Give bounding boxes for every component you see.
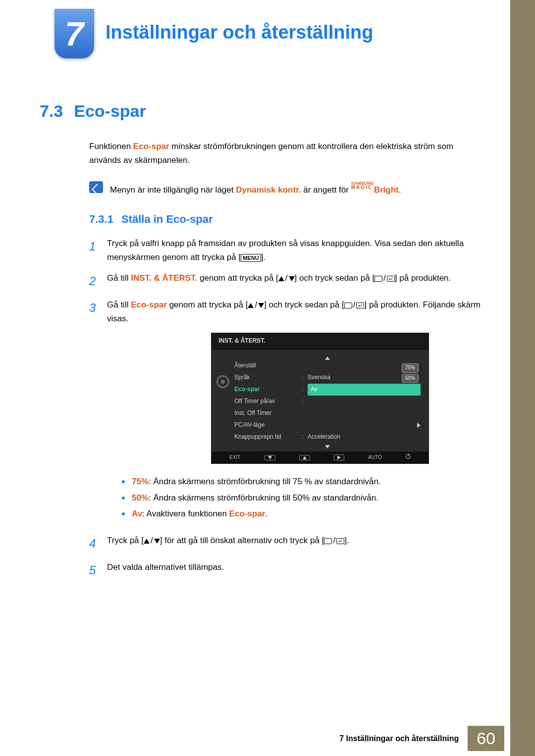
s2-c: genom att trycka på [ [197, 273, 278, 283]
subsection-number: 7.3.1 [89, 213, 113, 226]
down-icon [154, 539, 160, 544]
step-2-body: Gå till INST. & ÅTERST. genom att trycka… [107, 271, 485, 291]
osd-title: INST. & ÅTERST. [212, 333, 428, 350]
s2-d: ] och tryck sedan på [ [295, 273, 375, 283]
step-1-number: 1 [89, 237, 98, 264]
step-4-number: 4 [89, 534, 98, 554]
chevron-right-icon [417, 423, 421, 428]
osd-eco-dropdown: 75% 50% Av [308, 384, 421, 396]
b2b: : Ändra skärmens strömförbrukning till 5… [149, 493, 378, 503]
footer-page-number: 60 [468, 726, 504, 751]
enter-icon [356, 302, 364, 308]
osd-auto: AUTO [368, 454, 382, 462]
b1b: : Ändra skärmens strömförbrukning till 7… [149, 477, 381, 486]
osd-exit: EXIT [229, 454, 240, 462]
s4-b: ] för att gå till önskat alternativ och … [160, 536, 324, 545]
up-icon [278, 276, 284, 281]
gear-icon [216, 375, 229, 388]
osd-power-icon [406, 454, 411, 462]
note-bright: Bright [374, 185, 399, 195]
osd-bubble-50: 50% [402, 374, 419, 383]
osd-screenshot: INST. & ÅTERST. Återställ Språk:Svenska … [211, 333, 429, 464]
note-c: är angett för [301, 185, 351, 195]
magic-line2: MAGIC [351, 185, 373, 190]
step-5-body: Det valda alternativet tillämpas. [107, 560, 485, 580]
osd-offtimer: Off Timer på/av [234, 397, 299, 406]
scroll-up-icon [325, 356, 330, 360]
source-icon [324, 538, 332, 544]
s3-d: ] och tryck sedan på [ [264, 300, 344, 309]
s3-a: Gå till [107, 300, 131, 309]
up-icon [248, 303, 254, 308]
s2-a: Gå till [107, 273, 131, 283]
s2-e: ] på produkten. [395, 273, 451, 283]
b3c: Eco-spar [229, 509, 266, 518]
b2a: 50% [132, 493, 149, 503]
s3-c: genom att trycka på [ [167, 300, 248, 309]
osd-pcav: PC/AV-läge [234, 420, 299, 430]
enter-icon [387, 276, 395, 282]
subsection-title: Ställa in Eco-spar [121, 213, 213, 226]
bullet-75: 75%: Ändra skärmens strömförbrukning til… [122, 474, 485, 490]
note-e: . [399, 185, 401, 195]
note-dynamisk: Dynamisk kontr. [236, 185, 301, 195]
osd-eco: Eco-spar [234, 385, 299, 395]
osd-instoff: Inst. Off Timer [234, 408, 299, 418]
osd-nav-right-icon [334, 454, 344, 460]
osd-keyrep: Knappupprepn.tid [234, 432, 299, 442]
subsection-heading: 7.3.1 Ställa in Eco-spar [89, 213, 485, 226]
right-margin-bar [510, 0, 535, 756]
osd-nav-down-icon [265, 455, 275, 460]
option-list: 75%: Ändra skärmens strömförbrukning til… [122, 474, 485, 522]
bullet-dot-icon [122, 497, 125, 500]
b1a: 75% [132, 477, 149, 486]
s3-eco: Eco-spar [131, 300, 167, 309]
intro-text-a: Funktionen [89, 142, 133, 151]
b3a: Av [132, 509, 142, 518]
step-4: 4 Tryck på [/] för att gå till önskat al… [89, 534, 485, 554]
note-text: Menyn är inte tillgänglig när läget Dyna… [110, 181, 401, 196]
b3d: . [265, 509, 268, 518]
down-icon [289, 276, 295, 281]
step-1-body: Tryck på valfri knapp på framsidan av pr… [107, 237, 485, 264]
up-icon [144, 539, 150, 544]
osd-reset: Återställ [234, 361, 299, 371]
note-icon [89, 181, 103, 193]
page-footer: 7 Inställningar och återställning 60 [339, 726, 504, 751]
enter-icon [336, 538, 344, 544]
osd-keyrep-val: Acceleration [308, 432, 340, 442]
chapter-badge: 7 [54, 9, 94, 58]
step-1: 1 Tryck på valfri knapp på framsidan av … [89, 237, 485, 264]
bullet-dot-icon [122, 480, 125, 483]
bullet-50: 50%: Ändra skärmens strömförbrukning til… [122, 490, 485, 506]
footer-chapter: 7 Inställningar och återställning [339, 734, 459, 743]
step-3: 3 Gå till Eco-spar genom att trycka på [… [89, 298, 485, 527]
step-4-body: Tryck på [/] för att gå till önskat alte… [107, 534, 485, 554]
intro-ecospar: Eco-spar [133, 142, 169, 151]
s4-c: ]. [344, 536, 349, 545]
osd-lang: Språk [234, 373, 299, 383]
section-title: Eco-spar [74, 101, 146, 121]
step-3-number: 3 [89, 298, 98, 527]
section-heading: 7.3 Eco-spar [40, 101, 485, 121]
step-2: 2 Gå till INST. & ÅTERST. genom att tryc… [89, 271, 485, 291]
step-2-number: 2 [89, 271, 98, 291]
osd-bottom-bar: EXIT AUTO [212, 452, 428, 464]
magic-bright-label: SAMSUNGMAGIC [351, 181, 374, 190]
page-content: 7.3 Eco-spar Funktionen Eco-spar minskar… [40, 101, 485, 587]
source-icon [374, 276, 382, 282]
s2-inst: INST. & ÅTERST. [131, 273, 197, 283]
section-number: 7.3 [40, 101, 63, 121]
step-5: 5 Det valda alternativet tillämpas. [89, 560, 485, 580]
s4-a: Tryck på [ [107, 536, 144, 545]
step-3-body: Gå till Eco-spar genom att trycka på [/]… [107, 298, 485, 527]
scroll-down-icon [325, 445, 330, 449]
menu-button-icon: MENU [241, 254, 261, 262]
note-a: Menyn är inte tillgänglig när läget [110, 185, 236, 195]
osd-eco-val: Av [311, 386, 318, 393]
source-icon [344, 302, 352, 308]
note-block: Menyn är inte tillgänglig när läget Dyna… [89, 181, 485, 196]
osd-lang-val: Svenska [308, 373, 330, 383]
bullet-av: Av: Avaktivera funktionen Eco-spar. [122, 506, 485, 522]
s1-b: ]. [261, 252, 266, 262]
